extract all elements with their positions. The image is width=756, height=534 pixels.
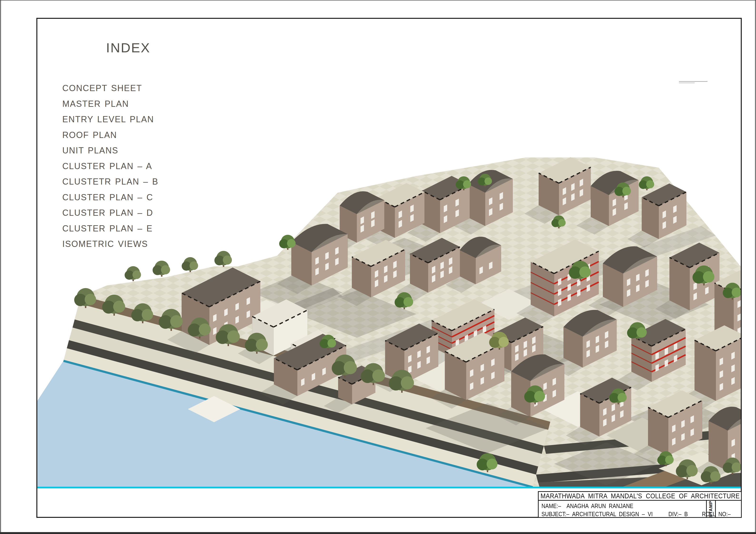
tree-foliage <box>372 369 385 382</box>
tree-foliage <box>401 376 414 389</box>
tree-foliage <box>344 361 357 374</box>
title-block: MARATHWADA MITRA MANDAL'S COLLEGE OF ARC… <box>538 491 742 518</box>
building-face <box>747 295 750 303</box>
div-label: DIV:– <box>668 511 681 518</box>
title-block-info-cell: NAME:– ANAGHA ARUN RANJANE SUBJECT:– ARC… <box>539 501 706 517</box>
tree-foliage <box>463 180 471 188</box>
index-item: CLUSTER PLAN – D <box>62 205 158 221</box>
tree <box>153 261 170 277</box>
tree-foliage <box>732 288 742 297</box>
tree-foliage <box>190 262 198 270</box>
college-name: MARATHWADA MITRA MANDAL'S COLLEGE OF ARC… <box>541 492 740 500</box>
index-item: CLUSTETR PLAN – B <box>62 174 158 189</box>
div-value: B <box>684 511 688 518</box>
tree-foliage <box>487 459 498 469</box>
name-label: NAME:– <box>542 502 561 510</box>
tree-foliage <box>85 294 96 305</box>
tree-foliage <box>287 239 296 248</box>
name-row: NAME:– ANAGHA ARUN RANJANE <box>542 502 633 510</box>
index-item: ROOF PLAN <box>62 127 158 143</box>
tree-foliage <box>499 337 509 347</box>
index-item: CONCEPT SHEET <box>62 80 158 96</box>
tree-foliage <box>161 265 170 274</box>
subject-label: SUBJECT:– <box>542 511 569 518</box>
tree-foliage <box>636 327 647 338</box>
tree <box>214 251 232 267</box>
building-face <box>742 448 745 456</box>
tree-foliage <box>256 339 268 351</box>
tree-foliage <box>199 323 211 335</box>
building-face <box>747 322 750 330</box>
building-face <box>747 309 750 317</box>
subject-row: SUBJECT:– ARCHITECTURAL DESIGN – VI DIV:… <box>542 511 731 518</box>
tree-foliage <box>113 301 125 313</box>
title-block-college-row: MARATHWADA MITRA MANDAL'S COLLEGE OF ARC… <box>539 492 741 501</box>
index-item: MASTER PLAN <box>62 96 158 112</box>
tree-foliage <box>484 178 492 185</box>
tree <box>124 266 141 281</box>
tree-foliage <box>646 180 654 188</box>
index-title: INDEX <box>106 40 150 55</box>
tree-foliage <box>534 391 545 402</box>
isometric-site-view <box>0 0 756 534</box>
roll-label: ROLL NO:– <box>702 511 731 518</box>
tree-foliage <box>227 330 240 343</box>
index-item: CLUSTER PLAN – C <box>62 189 158 205</box>
drawing-sheet: INDEX CONCEPT SHEETMASTER PLANENTRY LEVE… <box>0 0 756 534</box>
index-item: ENTRY LEVEL PLAN <box>62 112 158 127</box>
index-item: CLUSTER PLAN – E <box>62 221 158 237</box>
tree-foliage <box>622 187 631 195</box>
building-face <box>742 434 745 441</box>
index-list: CONCEPT SHEETMASTER PLANENTRY LEVEL PLAN… <box>62 80 158 252</box>
tree-foliage <box>665 456 674 464</box>
tree-foliage <box>686 465 698 476</box>
tree-foliage <box>710 471 720 481</box>
corner-watermark-smudge <box>679 81 708 84</box>
tree-foliage <box>703 271 715 283</box>
tree-foliage <box>170 315 183 328</box>
tree-foliage <box>404 297 413 307</box>
tree-foliage <box>132 270 141 279</box>
index-item: CLUSTER PLAN – A <box>62 158 158 174</box>
tree-foliage <box>142 309 153 321</box>
tree-foliage <box>618 393 627 402</box>
tree-foliage <box>579 267 591 278</box>
subject-value: ARCHITECTURAL DESIGN – VI <box>572 511 653 518</box>
stamp-label: STAMP <box>709 500 714 517</box>
tree-foliage <box>732 463 742 472</box>
name-value: ANAGHA ARUN RANJANE <box>566 502 633 510</box>
tree-foliage <box>223 255 232 265</box>
index-item: UNIT PLANS <box>62 143 158 158</box>
cyan-datum-line <box>37 487 742 488</box>
tree <box>182 257 198 272</box>
index-item: ISOMETRIC VIEWS <box>62 236 158 252</box>
tree-foliage <box>328 339 336 348</box>
tree-foliage <box>558 219 565 226</box>
